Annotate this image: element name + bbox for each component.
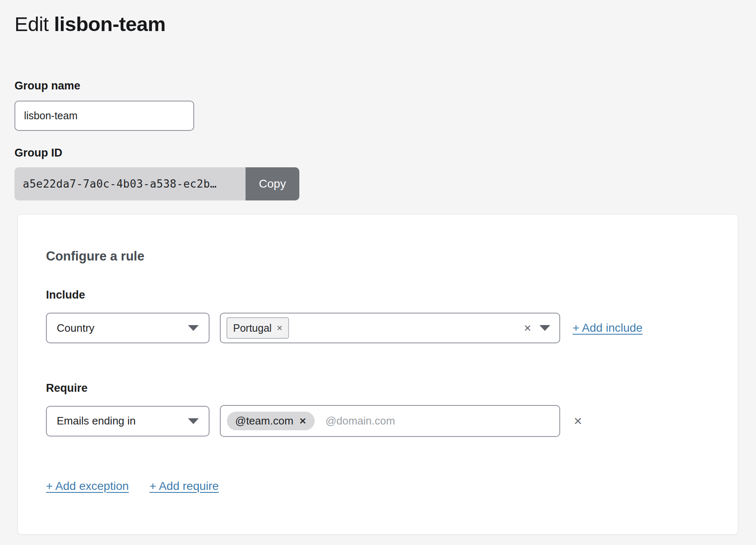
chevron-down-icon xyxy=(188,418,199,424)
require-selector-dropdown[interactable]: Emails ending in xyxy=(46,406,209,436)
email-tag-remove-icon[interactable]: ✕ xyxy=(299,417,307,425)
rule-card-title: Configure a rule xyxy=(46,248,738,264)
group-name-input[interactable] xyxy=(14,101,194,131)
group-id-row: a5e22da7-7a0c-4b03-a538-ec2b… Copy xyxy=(14,167,299,200)
edit-group-page: Editlisbon-team Group name Group ID a5e2… xyxy=(0,0,756,535)
country-tag-remove-icon[interactable]: × xyxy=(277,323,282,333)
rule-links-row: + Add exception + Add require xyxy=(46,479,738,493)
require-row-remove-icon[interactable]: ✕ xyxy=(573,416,583,427)
require-rule-row: Emails ending in @team.com ✕ ✕ xyxy=(46,405,738,437)
email-tag-label: @team.com xyxy=(235,415,294,427)
include-rule-row: Country Portugal × × + Add include xyxy=(46,313,738,343)
page-title: Editlisbon-team xyxy=(14,12,742,36)
group-id-label: Group ID xyxy=(14,147,742,159)
country-tag-label: Portugal xyxy=(233,322,272,334)
require-section-label: Require xyxy=(46,382,738,395)
include-section-label: Include xyxy=(46,289,738,301)
copy-button[interactable]: Copy xyxy=(246,167,299,200)
add-require-link[interactable]: + Add require xyxy=(149,479,219,493)
require-email-input-container[interactable]: @team.com ✕ xyxy=(220,405,560,437)
multiselect-clear-icon[interactable]: × xyxy=(524,322,531,334)
include-selector-value: Country xyxy=(57,322,94,335)
country-tag: Portugal × xyxy=(226,317,289,339)
chevron-down-icon[interactable] xyxy=(539,325,550,331)
include-selector-dropdown[interactable]: Country xyxy=(46,313,209,343)
page-title-group-name: lisbon-team xyxy=(54,13,165,35)
add-include-link[interactable]: + Add include xyxy=(573,321,643,334)
rule-card: Configure a rule Include Country Portuga… xyxy=(17,214,738,535)
add-exception-link[interactable]: + Add exception xyxy=(46,479,129,493)
page-title-prefix: Edit xyxy=(14,13,48,35)
include-value-multiselect[interactable]: Portugal × × xyxy=(220,313,560,343)
group-name-label: Group name xyxy=(14,80,742,92)
group-id-value: a5e22da7-7a0c-4b03-a538-ec2b… xyxy=(14,167,246,200)
chevron-down-icon xyxy=(188,325,199,331)
require-selector-value: Emails ending in xyxy=(57,415,136,427)
email-tag: @team.com ✕ xyxy=(227,412,315,430)
email-input[interactable] xyxy=(325,414,551,428)
